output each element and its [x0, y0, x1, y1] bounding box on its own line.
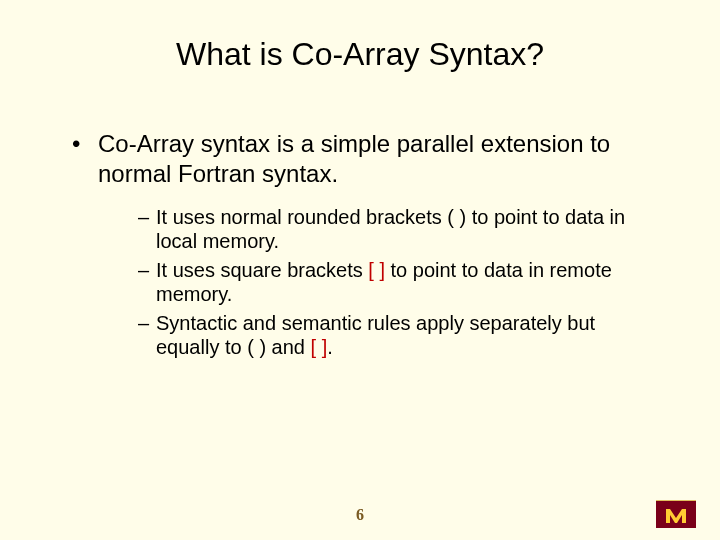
- sub-bullet-2: It uses square brackets [ ] to point to …: [138, 258, 640, 307]
- sub-bullet-list: It uses normal rounded brackets ( ) to p…: [30, 205, 690, 359]
- slide-title: What is Co-Array Syntax?: [30, 36, 690, 73]
- m-logo-icon: [664, 505, 688, 525]
- sub-bullet-1: It uses normal rounded brackets ( ) to p…: [138, 205, 640, 254]
- university-logo: [656, 500, 696, 528]
- sub-bullet-3-text-b: .: [327, 336, 333, 358]
- sub-bullet-3: Syntactic and semantic rules apply separ…: [138, 311, 640, 360]
- square-brackets-highlight: [ ]: [311, 336, 328, 358]
- square-brackets-highlight: [ ]: [368, 259, 385, 281]
- slide: What is Co-Array Syntax? Co-Array syntax…: [0, 0, 720, 540]
- page-number: 6: [0, 506, 720, 524]
- sub-bullet-3-text-a: Syntactic and semantic rules apply separ…: [156, 312, 595, 358]
- sub-bullet-2-text-a: It uses square brackets: [156, 259, 368, 281]
- sub-bullet-1-text: It uses normal rounded brackets ( ) to p…: [156, 206, 625, 252]
- main-bullet: Co-Array syntax is a simple parallel ext…: [30, 129, 690, 189]
